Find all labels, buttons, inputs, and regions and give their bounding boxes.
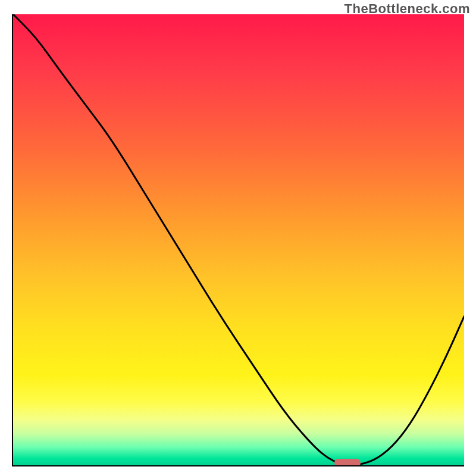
bottleneck-curve	[13, 14, 464, 465]
plot-area	[12, 14, 464, 466]
curve-path	[13, 14, 464, 465]
watermark-text: TheBottleneck.com	[345, 1, 470, 17]
minimum-marker	[334, 459, 361, 466]
chart-container: TheBottleneck.com	[0, 0, 476, 476]
